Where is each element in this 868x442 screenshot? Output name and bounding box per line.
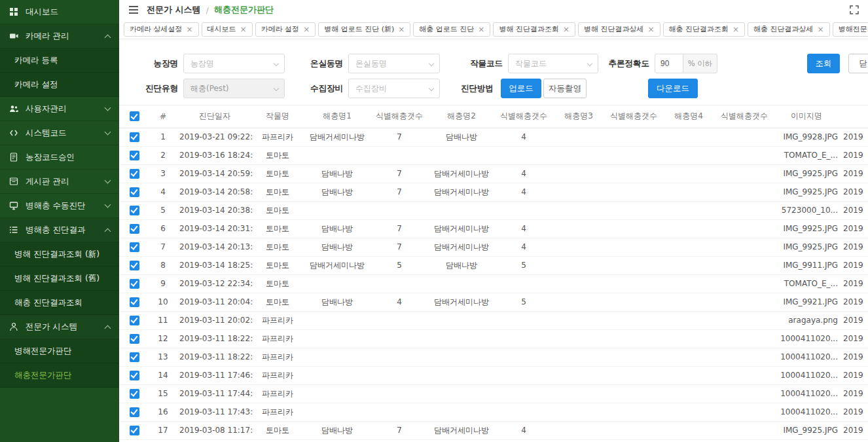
table-row[interactable]: 12019-03-21 09:22:00파프리카담배거세미나방7담배나방4IMG… xyxy=(119,128,868,146)
sidebar-item-farm-code-approval[interactable]: 농장코드승인 xyxy=(0,145,119,170)
row-checkbox[interactable] xyxy=(130,187,139,197)
table-cell: 7 xyxy=(372,238,427,256)
tab-9[interactable]: 병해전문가판단× xyxy=(833,22,868,37)
table-row[interactable]: 22019-03-16 18:24:43토마토TOMATO_E_...2019 xyxy=(119,146,868,164)
sidebar-item-expert-system[interactable]: 전문가 시스템 xyxy=(0,315,119,339)
sidebar-item-user-management[interactable]: 사용자관리 xyxy=(0,97,119,121)
sidebar-item-camera-register[interactable]: 카메라 등록 xyxy=(0,48,119,73)
table-cell xyxy=(661,256,716,274)
tab-close-icon[interactable]: × xyxy=(240,26,247,33)
row-checkbox[interactable] xyxy=(130,371,139,380)
table-cell xyxy=(606,274,661,293)
tab-8[interactable]: 해충 진단결과상세× xyxy=(748,22,830,37)
sidebar-item-system-code[interactable]: 시스템코드 xyxy=(0,121,119,145)
crop-code-select[interactable]: 작물코드 xyxy=(508,54,598,73)
table-cell: 2019 xyxy=(841,329,868,348)
table-cell: 2019 xyxy=(841,219,868,238)
row-checkbox[interactable] xyxy=(130,407,139,417)
tab-close-icon[interactable]: × xyxy=(478,26,484,33)
fullscreen-icon[interactable] xyxy=(850,5,859,14)
row-checkbox[interactable] xyxy=(130,389,139,399)
tab-6[interactable]: 병해 진단결과상세× xyxy=(578,22,660,37)
sidebar-item-dashboard[interactable]: 대시보드 xyxy=(0,0,119,24)
table-cell: 담배나방 xyxy=(302,219,372,238)
method-auto-capture-button[interactable]: 자동촬영 xyxy=(543,79,587,98)
table-row[interactable]: 92019-03-12 22:34:44토마토TOMATO_E_...2019 xyxy=(119,274,868,293)
table-cell xyxy=(551,366,606,384)
sidebar-item-camera-settings[interactable]: 카메라 설정 xyxy=(0,73,119,97)
table-row[interactable]: 142019-03-11 17:46:58파프리카1000411020...20… xyxy=(119,366,868,384)
table-cell xyxy=(606,348,661,366)
sidebar-item-disease-results-old[interactable]: 병해 진단결과조회 (舊) xyxy=(0,267,119,291)
tab-5[interactable]: 병해 진단결과조회× xyxy=(493,22,575,37)
table-row[interactable]: 152019-03-11 17:44:33파프리카1000411020...20… xyxy=(119,384,868,403)
table-row[interactable]: 72019-03-14 20:13:53토마토담배나방7담배거세미나방4IMG_… xyxy=(119,238,868,256)
sidebar-item-label: 병해충 수동진단 xyxy=(26,200,105,212)
sidebar-item-pest-expert-judgment[interactable]: 해충전문가판단 xyxy=(0,363,119,388)
tab-close-icon[interactable]: × xyxy=(647,26,654,33)
table-row[interactable]: 62019-03-14 20:31:03토마토담배나방7담배거세미나방4IMG_… xyxy=(119,219,868,238)
row-checkbox[interactable] xyxy=(130,242,139,252)
row-checkbox[interactable] xyxy=(130,426,139,435)
menu-toggle-icon[interactable] xyxy=(128,5,139,14)
row-checkbox[interactable] xyxy=(130,151,139,160)
sidebar-item-pest-diagnosis-results[interactable]: 병해충 진단결과 xyxy=(0,218,119,242)
row-checkbox[interactable] xyxy=(130,316,139,325)
table-row[interactable]: 82019-03-14 18:25:32토마토담배거세미나방5담배나방5IMG_… xyxy=(119,256,868,274)
tab-close-icon[interactable]: × xyxy=(187,26,193,33)
sidebar-item-disease-expert-judgment[interactable]: 병해전문가판단 xyxy=(0,339,119,363)
table-row[interactable]: 172019-03-08 11:17:59토마토담배나방7담배거세미나방4IMG… xyxy=(119,421,868,439)
row-checkbox[interactable] xyxy=(130,297,139,307)
tab-close-icon[interactable]: × xyxy=(818,26,824,33)
tab-close-icon[interactable]: × xyxy=(563,26,570,33)
table-row[interactable]: 52019-03-14 20:38:56토마토5723000_10...2019 xyxy=(119,201,868,219)
diagnosis-type-label: 진단유형 xyxy=(131,79,178,98)
tab-3[interactable]: 병해 업로드 진단 (新)× xyxy=(318,22,410,37)
table-cell: 2019-03-11 17:44:33 xyxy=(177,384,253,403)
tab-close-icon[interactable]: × xyxy=(303,26,310,33)
tab-close-icon[interactable]: × xyxy=(398,26,405,33)
table-row[interactable]: 132019-03-11 18:22:03파프리카1000411020...20… xyxy=(119,348,868,366)
tab-0[interactable]: 카메라 상세설정× xyxy=(124,22,199,37)
accuracy-input[interactable] xyxy=(655,54,683,73)
search-button[interactable]: 조회 xyxy=(807,54,840,73)
tab-7[interactable]: 해충 진단결과조회× xyxy=(663,22,746,37)
close-button[interactable]: 닫기 xyxy=(848,54,868,73)
tab-close-icon[interactable]: × xyxy=(732,26,739,33)
row-checkbox[interactable] xyxy=(130,132,139,142)
tab-1[interactable]: 대시보드× xyxy=(202,22,253,37)
sidebar-item-disease-results-new[interactable]: 병해 진단결과조회 (新) xyxy=(0,242,119,267)
row-checkbox[interactable] xyxy=(130,279,139,289)
row-checkbox[interactable] xyxy=(130,224,139,234)
download-button[interactable]: 다운로드 xyxy=(648,79,698,98)
farm-name-select[interactable]: 농장명 xyxy=(183,54,285,73)
row-checkbox[interactable] xyxy=(130,334,139,344)
table-row[interactable]: 42019-03-14 20:58:46토마토담배나방7담배거세미나방4IMG_… xyxy=(119,183,868,201)
sidebar-item-board-management[interactable]: 게시판 관리 xyxy=(0,170,119,194)
sidebar-item-pest-results[interactable]: 해충 진단결과조회 xyxy=(0,291,119,315)
table-row[interactable]: 32019-03-14 20:59:38토마토담배나방7담배거세미나방4IMG_… xyxy=(119,164,868,183)
table-cell: 파프리카 xyxy=(253,366,302,384)
sidebar-item-label: 병해전문가판단 xyxy=(14,346,110,357)
sidebar-item-pest-manual-diagnosis[interactable]: 병해충 수동진단 xyxy=(0,194,119,218)
table-cell: IMG_9928.JPG xyxy=(772,128,841,146)
table-cell xyxy=(302,146,372,164)
row-checkbox[interactable] xyxy=(130,352,139,362)
tab-4[interactable]: 해충 업로드 진단× xyxy=(413,22,490,37)
greenhouse-select[interactable]: 온실동명 xyxy=(348,54,440,73)
table-row[interactable]: 102019-03-11 20:04:40토마토담배나방4담배거세미나방5IMG… xyxy=(119,293,868,311)
table-row[interactable]: 162019-03-11 17:43:34파프리카1000411020...20… xyxy=(119,403,868,421)
method-upload-button[interactable]: 업로드 xyxy=(501,79,541,98)
row-checkbox[interactable] xyxy=(130,261,139,270)
sidebar-item-camera-management[interactable]: 카메라 관리 xyxy=(0,24,119,48)
device-select[interactable]: 수집장비 xyxy=(348,79,440,98)
tab-2[interactable]: 카메라 설정× xyxy=(255,22,316,37)
select-all-checkbox[interactable] xyxy=(130,111,139,121)
table-row[interactable]: 112019-03-11 20:02:41파프리카aragaya.png2019 xyxy=(119,311,868,329)
row-checkbox[interactable] xyxy=(130,206,139,215)
row-checkbox[interactable] xyxy=(130,169,139,179)
sidebar-item-label: 병해 진단결과조회 (舊) xyxy=(14,273,110,284)
table-row[interactable]: 122019-03-11 18:22:20파프리카1000411020...20… xyxy=(119,329,868,348)
device-label: 수집장비 xyxy=(300,79,343,98)
diagnosis-type-select[interactable]: 해충(Pest) xyxy=(183,79,285,98)
